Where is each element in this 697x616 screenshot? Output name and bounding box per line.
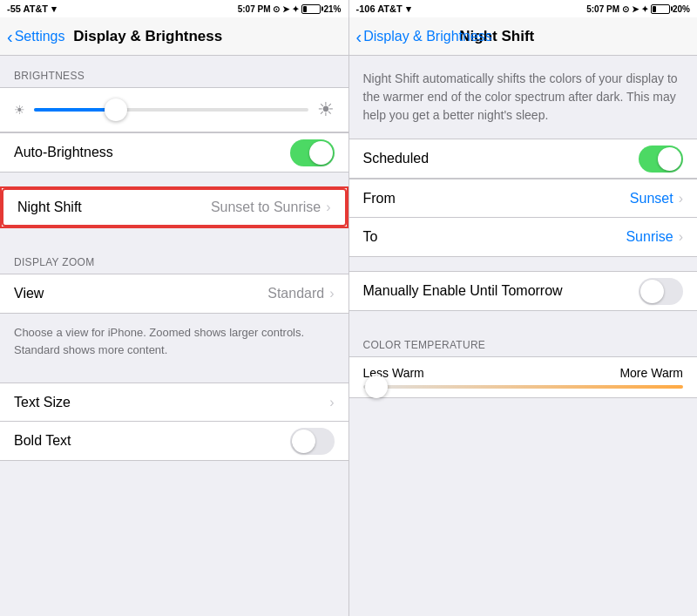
right-wifi-icon: ▾ — [406, 3, 411, 15]
left-nav-bar: ‹ Settings Display & Brightness — [0, 17, 348, 56]
night-shift-group: Night Shift Sunset to Sunrise › — [0, 186, 348, 228]
right-back-label: Display & Brightness — [363, 29, 492, 44]
auto-brightness-group: Auto-Brightness — [0, 132, 348, 173]
brightness-slider-fill — [34, 108, 116, 112]
left-back-chevron: ‹ — [7, 28, 13, 45]
bold-text-knob — [292, 430, 315, 453]
right-status-left: -106 AT&T ▾ — [356, 3, 411, 15]
to-row[interactable]: To Sunrise › — [349, 218, 698, 256]
view-row[interactable]: View Standard › — [0, 274, 348, 313]
text-size-row[interactable]: Text Size › — [0, 383, 348, 422]
right-location-icon: ⊙ — [622, 4, 629, 14]
night-shift-description: Night Shift automatically shifts the col… — [349, 56, 698, 139]
manually-enable-knob — [640, 280, 664, 303]
left-bluetooth-icon: ✦ — [292, 4, 299, 14]
right-back-chevron: ‹ — [356, 28, 362, 45]
left-carrier: -55 AT&T — [7, 3, 48, 14]
brightness-slider-track[interactable] — [34, 108, 308, 112]
right-divider-1 — [349, 257, 698, 271]
scheduled-group: Scheduled — [349, 139, 698, 179]
auto-brightness-label: Auto-Brightness — [14, 145, 290, 160]
brightness-section-label: BRIGHTNESS — [0, 56, 348, 87]
from-label: From — [363, 191, 630, 206]
to-label: To — [363, 229, 626, 245]
divider-3 — [0, 369, 348, 382]
right-battery-percent: 20% — [673, 4, 690, 14]
manually-enable-row: Manually Enable Until Tomorrow — [349, 272, 698, 310]
left-content: BRIGHTNESS ☀ ☀ Auto-Brightness Night Shi… — [0, 56, 348, 616]
right-status-bar: -106 AT&T ▾ 5:07 PM ⊙ ➤ ✦ 20% — [349, 0, 698, 17]
color-temp-container: Less Warm More Warm — [349, 356, 698, 398]
left-wifi-icon: ▾ — [51, 3, 57, 15]
night-shift-value: Sunset to Sunrise — [211, 200, 321, 215]
auto-brightness-row: Auto-Brightness — [0, 133, 348, 172]
scheduled-label: Scheduled — [363, 151, 639, 166]
left-back-button[interactable]: ‹ Settings — [7, 28, 64, 45]
left-battery-icon — [301, 4, 321, 14]
auto-brightness-toggle[interactable] — [290, 139, 335, 166]
right-divider-3 — [349, 398, 698, 412]
color-temp-slider-track[interactable] — [363, 385, 684, 389]
from-chevron: › — [679, 191, 683, 206]
divider-2 — [0, 228, 348, 242]
left-back-label: Settings — [15, 29, 65, 44]
bold-text-row: Bold Text — [0, 422, 348, 460]
bold-text-label: Bold Text — [14, 433, 290, 449]
brightness-row: ☀ ☀ — [0, 87, 348, 132]
text-size-chevron: › — [329, 395, 334, 410]
night-shift-row[interactable]: Night Shift Sunset to Sunrise › — [2, 188, 347, 227]
sun-small-icon: ☀ — [14, 103, 25, 117]
color-temp-labels: Less Warm More Warm — [363, 366, 684, 380]
left-time: 5:07 PM — [238, 4, 271, 14]
bold-text-toggle[interactable] — [290, 428, 335, 455]
to-value: Sunrise — [626, 229, 673, 245]
scheduled-toggle[interactable] — [639, 146, 683, 173]
right-nav-bar: ‹ Display & Brightness Night Shift — [349, 17, 698, 56]
left-status-left: -55 AT&T ▾ — [7, 3, 57, 15]
night-shift-label: Night Shift — [17, 200, 211, 215]
right-back-button[interactable]: ‹ Display & Brightness — [356, 28, 492, 45]
to-chevron: › — [679, 229, 683, 245]
right-battery-fill — [653, 6, 656, 12]
text-size-label: Text Size — [14, 395, 329, 410]
view-label: View — [14, 286, 267, 301]
right-panel: -106 AT&T ▾ 5:07 PM ⊙ ➤ ✦ 20% ‹ Display … — [349, 0, 698, 616]
view-group: View Standard › — [0, 274, 348, 314]
auto-brightness-knob — [309, 141, 333, 165]
left-status-bar: -55 AT&T ▾ 5:07 PM ⊙ ➤ ✦ 21% — [0, 0, 348, 17]
from-row[interactable]: From Sunset › — [349, 179, 698, 218]
left-status-right: 5:07 PM ⊙ ➤ ✦ 21% — [238, 4, 342, 14]
manually-enable-group: Manually Enable Until Tomorrow — [349, 271, 698, 311]
view-chevron: › — [329, 286, 334, 301]
brightness-slider-thumb[interactable] — [105, 98, 127, 121]
color-temp-slider-thumb[interactable] — [365, 376, 388, 398]
right-carrier: -106 AT&T — [356, 3, 403, 14]
right-time: 5:07 PM — [586, 4, 619, 14]
right-status-right: 5:07 PM ⊙ ➤ ✦ 20% — [586, 4, 690, 14]
manually-enable-toggle[interactable] — [639, 278, 683, 305]
right-arrow-icon: ➤ — [632, 4, 639, 14]
right-battery-icon — [651, 4, 670, 14]
left-panel: -55 AT&T ▾ 5:07 PM ⊙ ➤ ✦ 21% ‹ Settings … — [0, 0, 348, 616]
display-zoom-label: DISPLAY ZOOM — [0, 242, 348, 274]
text-bold-group: Text Size › Bold Text — [0, 382, 348, 461]
left-arrow-icon: ➤ — [282, 4, 289, 14]
view-value: Standard — [267, 286, 324, 301]
right-divider-2 — [349, 311, 698, 325]
more-warm-label: More Warm — [619, 366, 683, 380]
scheduled-row: Scheduled — [349, 139, 698, 178]
view-hint: Choose a view for iPhone. Zoomed shows l… — [0, 314, 348, 369]
left-nav-title: Display & Brightness — [73, 28, 222, 45]
scheduled-knob — [658, 147, 681, 171]
color-temp-section-label: COLOR TEMPERATURE — [349, 325, 698, 356]
sun-large-icon: ☀ — [317, 98, 335, 121]
right-bluetooth-icon: ✦ — [641, 4, 648, 14]
right-content: Night Shift automatically shifts the col… — [349, 56, 698, 616]
manually-enable-label: Manually Enable Until Tomorrow — [363, 283, 639, 299]
left-location-icon: ⊙ — [273, 4, 280, 14]
night-shift-chevron: › — [326, 200, 330, 215]
left-battery-fill — [303, 6, 307, 12]
from-value: Sunset — [630, 191, 673, 206]
left-battery-percent: 21% — [323, 4, 341, 14]
from-to-group: From Sunset › To Sunrise › — [349, 179, 698, 257]
